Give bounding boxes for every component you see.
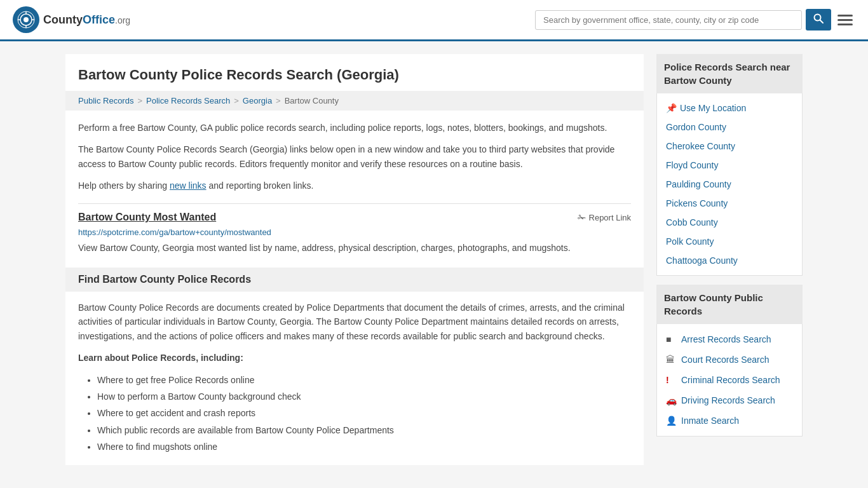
nearby-gordon: Gordon County [657, 118, 802, 137]
nearby-polk: Polk County [657, 232, 802, 251]
learn-label: Learn about Police Records, including: [78, 351, 631, 365]
learn-list: Where to get free Police Records online … [78, 373, 631, 454]
driving-records-label: Driving Records Search [681, 395, 775, 405]
arrest-records-link[interactable]: ■ Arrest Records Search [657, 329, 802, 349]
report-icon: ✁ [578, 212, 586, 224]
criminal-records-item: ! Criminal Records Search [657, 370, 802, 390]
menu-button[interactable] [835, 12, 855, 28]
use-my-location-label: Use My Location [680, 103, 746, 113]
sidebar-nearby-title: Police Records Search near Bartow County [656, 54, 803, 93]
breadcrumb-public-records[interactable]: Public Records [78, 96, 133, 105]
cobb-county-link[interactable]: Cobb County [657, 213, 802, 232]
new-links-link[interactable]: new links [170, 180, 207, 191]
breadcrumb: Public Records > Police Records Search >… [65, 91, 644, 111]
sidebar-public-records-title: Bartow County Public Records [656, 285, 803, 324]
inmate-search-link[interactable]: 👤 Inmate Search [657, 410, 802, 431]
intro-para3-prefix: Help others by sharing [78, 180, 170, 191]
report-link-button[interactable]: ✁ Report Link [578, 212, 631, 224]
intro-para-2: The Bartow County Police Records Search … [78, 142, 631, 171]
arrest-icon: ■ [666, 334, 676, 344]
breadcrumb-police-records-search[interactable]: Police Records Search [146, 96, 230, 105]
inmate-search-label: Inmate Search [681, 416, 739, 426]
sidebar: Police Records Search near Bartow County… [656, 54, 803, 465]
most-wanted-url[interactable]: https://spotcrime.com/ga/bartow+county/m… [78, 227, 631, 237]
breadcrumb-bartow-county: Bartow County [285, 96, 339, 105]
breadcrumb-separator-1: > [137, 96, 142, 105]
inmate-icon: 👤 [666, 416, 676, 426]
intro-para-1: Perform a free Bartow County, GA public … [78, 121, 631, 135]
find-records-paragraph: Bartow County Police Records are documen… [78, 301, 631, 343]
find-records-content: Bartow County Police Records are documen… [65, 292, 644, 466]
cherokee-county-link[interactable]: Cherokee County [657, 137, 802, 156]
pickens-county-link[interactable]: Pickens County [657, 194, 802, 213]
criminal-records-link[interactable]: ! Criminal Records Search [657, 370, 802, 390]
svg-line-8 [820, 20, 824, 24]
main-container: Bartow County Police Records Search (Geo… [53, 41, 815, 478]
court-records-item: 🏛 Court Records Search [657, 349, 802, 370]
use-my-location-link[interactable]: 📌 Use My Location [657, 98, 802, 118]
driving-records-item: 🚗 Driving Records Search [657, 390, 802, 410]
floyd-county-link[interactable]: Floyd County [657, 156, 802, 175]
breadcrumb-separator-2: > [234, 96, 239, 105]
polk-county-link[interactable]: Polk County [657, 232, 802, 251]
intro-section: Perform a free Bartow County, GA public … [65, 111, 644, 193]
breadcrumb-georgia[interactable]: Georgia [243, 96, 272, 105]
most-wanted-section: Bartow County Most Wanted ✁ Report Link … [78, 203, 631, 255]
intro-para-3: Help others by sharing new links and rep… [78, 179, 631, 193]
nearby-list: 📌 Use My Location Gordon County Cherokee… [656, 93, 803, 276]
court-icon: 🏛 [666, 355, 676, 365]
intro-para3-suffix: and reporting broken links. [207, 180, 314, 191]
page-title: Bartow County Police Records Search (Geo… [65, 54, 644, 83]
paulding-county-link[interactable]: Paulding County [657, 175, 802, 194]
gordon-county-link[interactable]: Gordon County [657, 118, 802, 137]
nearby-cherokee: Cherokee County [657, 137, 802, 156]
svg-point-2 [24, 17, 29, 22]
search-button[interactable] [806, 9, 831, 30]
court-records-label: Court Records Search [681, 355, 770, 365]
learn-item-5: Where to find mugshots online [97, 440, 631, 454]
most-wanted-description: View Bartow County, Georgia most wanted … [78, 241, 631, 255]
header: CountyOffice.org [0, 0, 868, 41]
nearby-floyd: Floyd County [657, 156, 802, 175]
public-records-heading: Bartow County Public Records [664, 292, 763, 316]
learn-item-3: Where to get accident and crash reports [97, 406, 631, 420]
public-records-list: ■ Arrest Records Search 🏛 Court Records … [656, 324, 803, 437]
learn-item-2: How to perform a Bartow County backgroun… [97, 390, 631, 403]
criminal-icon: ! [666, 375, 676, 385]
report-link-label: Report Link [589, 213, 631, 222]
court-records-link[interactable]: 🏛 Court Records Search [657, 349, 802, 370]
inmate-search-item: 👤 Inmate Search [657, 410, 802, 431]
search-area [535, 9, 855, 30]
arrest-records-item: ■ Arrest Records Search [657, 329, 802, 349]
location-icon: 📌 [666, 103, 677, 113]
breadcrumb-separator-3: > [276, 96, 281, 105]
chattooga-county-link[interactable]: Chattooga County [657, 251, 802, 270]
logo-area: CountyOffice.org [13, 6, 130, 33]
content-area: Bartow County Police Records Search (Geo… [65, 54, 644, 465]
use-my-location-item: 📌 Use My Location [657, 98, 802, 118]
nearby-cobb: Cobb County [657, 213, 802, 232]
find-records-section-header: Find Bartow County Police Records [65, 268, 644, 292]
logo-text: CountyOffice.org [43, 13, 130, 27]
nearby-pickens: Pickens County [657, 194, 802, 213]
nearby-chattooga: Chattooga County [657, 251, 802, 270]
logo-icon [13, 6, 39, 33]
driving-icon: 🚗 [666, 395, 676, 405]
most-wanted-title: Bartow County Most Wanted [78, 212, 216, 223]
driving-records-link[interactable]: 🚗 Driving Records Search [657, 390, 802, 410]
nearby-paulding: Paulding County [657, 175, 802, 194]
most-wanted-header: Bartow County Most Wanted ✁ Report Link [78, 212, 631, 224]
criminal-records-label: Criminal Records Search [681, 375, 780, 385]
learn-item-4: Which public records are available from … [97, 423, 631, 437]
learn-item-1: Where to get free Police Records online [97, 373, 631, 387]
arrest-records-label: Arrest Records Search [681, 334, 771, 344]
find-records-title: Find Bartow County Police Records [78, 274, 631, 285]
search-input[interactable] [535, 10, 802, 30]
